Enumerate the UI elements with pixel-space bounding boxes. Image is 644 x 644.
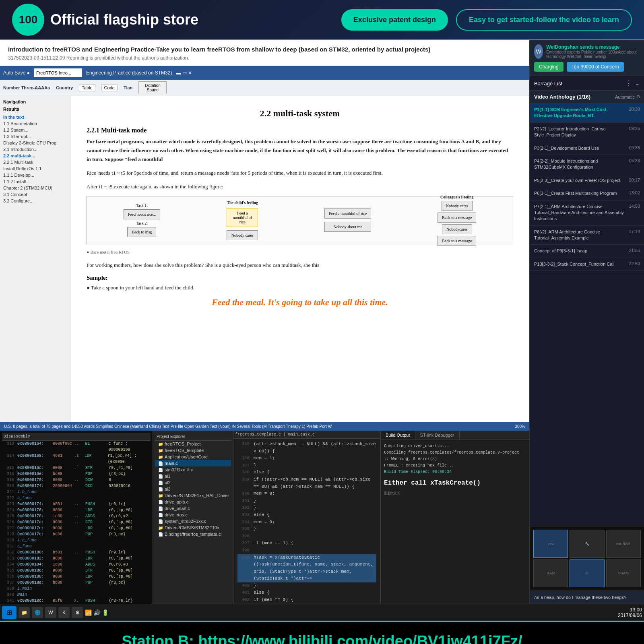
nav-item-12[interactable]: Chapter 2 (STM32 MCU) <box>3 185 67 191</box>
patent-design-button[interactable]: Exclusive patent design <box>341 9 448 31</box>
playlist-duration: 17:14 <box>629 229 640 234</box>
editor-line: 395 } <box>237 526 376 533</box>
nav-item-6[interactable]: 2.1 Introduction... <box>3 146 67 153</box>
file-name: Application/User/Core <box>165 454 208 459</box>
playlist-item[interactable]: P7[2-1]_ARM Architecture Concise Tutoria… <box>530 200 644 226</box>
playlist-item[interactable]: P1[1-1] SCM Engineer's Most Cost-Effecti… <box>530 103 644 123</box>
code-editor[interactable]: freertos_template.c | main_task.c 385 (a… <box>233 431 380 604</box>
doc-area: Navigation Results In the text 1.1 Bearm… <box>0 96 529 422</box>
concern-button[interactable]: Ten 99000 of Concern <box>567 62 624 72</box>
barrage-settings-icon[interactable]: ⋮ <box>625 79 632 87</box>
charging-button[interactable]: Charging <box>534 62 564 72</box>
file-tree-item[interactable]: 📄main.c <box>155 460 231 466</box>
playlist-duration: 20:17 <box>629 178 640 182</box>
code-line: 334 0x08000184: 1c00 ADDS r0,r0,#3 <box>2 561 151 568</box>
file-icon: 📄 <box>158 461 163 466</box>
file-tree-item[interactable]: 📄drive_rtos.c <box>155 512 231 518</box>
file-tree-item[interactable]: 📄drive_usart.c <box>155 505 231 512</box>
code-line: 315 0x0800016c: 6008 .` STR r0,[r1,#0] <box>2 465 151 471</box>
code-line: 3301.c_func <box>2 537 151 543</box>
debug-tab[interactable]: ST-link Debugger <box>415 431 460 440</box>
toggle-icon[interactable]: ⊙ <box>636 94 640 99</box>
playlist-items: P1[1-1] SCM Engineer's Most Cost-Effecti… <box>530 103 644 526</box>
nav-item-14[interactable]: 3.2 Configure... <box>3 198 67 204</box>
article-meta: 317502023-09-1511:22:09 Reprinting is pr… <box>8 55 521 61</box>
playlist-item[interactable]: P5[2-3]_Create your own FreeRTOS project… <box>530 174 644 187</box>
editor-line: 388 else { <box>237 469 376 476</box>
nav-item-7[interactable]: 2.2 multi-task... <box>3 153 67 159</box>
code-line: 327 0x0800017c: 9800 LDR r0,[sp,#0] <box>2 525 151 531</box>
bare-metal-label: ● Bare metal frea RTOS <box>87 248 513 256</box>
toolbar-search-input[interactable] <box>34 68 82 77</box>
file-name: al3 <box>165 487 171 491</box>
table-btn[interactable]: Table <box>79 84 95 91</box>
nav-item-10[interactable]: 1.1.1 Develop... <box>3 172 67 178</box>
file-name: Drivers/STM32F1xx_HAL_Driver <box>165 493 229 498</box>
xtask-label: Either call xTaskCreate() <box>384 479 526 487</box>
file-tree-item[interactable]: 📁freeRTOS_Project <box>155 441 231 447</box>
file-tree-item[interactable]: 📄stm32f1xx_it.c <box>155 466 231 473</box>
file-tree-item[interactable]: 📄system_stm32F1xx.c <box>155 518 231 524</box>
nav-item-11[interactable]: 1.1.2 Install... <box>3 178 67 185</box>
taskbar-explorer[interactable]: 📁 <box>19 607 30 618</box>
start-button[interactable]: ⊞ <box>2 606 17 619</box>
file-tree-item[interactable]: 📄al1 <box>155 473 231 479</box>
nav-item-3[interactable]: 1.2 Statem... <box>3 127 67 133</box>
playlist-item[interactable]: P3[2-1]_Development Board Use 09:35 <box>530 142 644 155</box>
volume-icon[interactable]: 🔊 <box>93 609 100 616</box>
nav-item-8[interactable]: 2.2.1 Multi-task <box>3 159 67 165</box>
playlist-item[interactable]: Concept of P9[3-3-1]_heap 21:55 <box>530 245 644 258</box>
playlist-duration: 22:50 <box>629 261 640 266</box>
file-tree-item[interactable]: 📄Bindings/freertos_template.c <box>155 531 231 537</box>
file-tree-item[interactable]: 📄drive_gpio.c <box>155 499 231 505</box>
file-tree-item[interactable]: 📁Application/User/Core <box>155 454 231 460</box>
file-tree-item[interactable]: 📄al3 <box>155 486 231 492</box>
build-time: Build Time Elapsed: 00:00:34 <box>384 469 526 475</box>
autosave-label: Auto Save ● <box>3 70 30 76</box>
playlist-item[interactable]: P8[-2]_ARM Architecture Concise Tutorial… <box>530 226 644 245</box>
nav-item-13[interactable]: 3.1 Concept <box>3 191 67 198</box>
code-panel-header: Disassembly <box>2 433 151 441</box>
nav-item-9[interactable]: Install ReflexOs 1.1 <box>3 165 67 172</box>
wifi-icon[interactable]: 📶 <box>85 609 92 616</box>
footer-url: Station B: https://www.bilibili.com/vide… <box>122 633 522 644</box>
code-line: 322b_func <box>2 495 151 501</box>
code-line: 318 0x08000170: 0000 .. DCW 0 <box>2 477 151 483</box>
code-btn[interactable]: Code <box>101 84 118 91</box>
playlist-item[interactable]: P10[3-3-2]_Stack Concept_Function Call 2… <box>530 258 644 271</box>
thumb-cpu: cpu <box>533 530 568 558</box>
nav-item-4[interactable]: 1.3 Interrupt... <box>3 133 67 140</box>
playlist-item-label: Concept of P9[3-3-1]_heap <box>534 248 625 254</box>
playlist-item-label: P6[3-1]_Create First Multitasking Progra… <box>534 190 625 196</box>
taskbar-keil[interactable]: K <box>58 607 70 618</box>
doc-body-2: Rice 'needs t1 ~ t5 for 5periods of time… <box>87 169 513 178</box>
editor-line: 396 <box>237 533 376 540</box>
nav-item-5[interactable]: Display 2-Single CPU Prog. <box>3 140 67 146</box>
file-tree-item[interactable]: 📄al2 <box>155 479 231 486</box>
taskbar: ⊞ 📁 🌐 W K ⚙ 📶 🔊 🔋 13:00 2017/09/06 <box>0 604 644 621</box>
article-title: Introduction to freeRTOS and Engineering… <box>8 45 521 54</box>
file-name: al2 <box>165 480 171 485</box>
playlist-duration: 20:39 <box>629 107 640 111</box>
taskbar-chrome[interactable]: 🌐 <box>32 607 43 618</box>
playlist-item[interactable]: P6[3-1]_Create First Multitasking Progra… <box>530 187 644 200</box>
battery-icon[interactable]: 🔋 <box>102 609 109 616</box>
file-tree-item[interactable]: 📁freeRTOS_template <box>155 447 231 454</box>
output-extra: 图数b文长 <box>384 491 526 496</box>
file-tree-item[interactable]: 📁Drivers/STM32F1xx_HAL_Driver <box>155 492 231 499</box>
taskbar-word[interactable]: W <box>45 607 56 618</box>
editor-line: 400 } <box>237 582 376 590</box>
build-output-tab[interactable]: Build Output <box>381 431 415 440</box>
playlist-item[interactable]: P4[2-2]_Module Instructions and STM32Cub… <box>530 155 644 174</box>
nav-item-1[interactable]: In the text <box>3 114 67 120</box>
file-tree-item[interactable]: 📁Drivers/CMSIS/STM32F10x <box>155 524 231 531</box>
taskbar-settings[interactable]: ⚙ <box>72 607 83 618</box>
doc-body-3: After t1 ~ t5.execute tate again, as sho… <box>87 182 513 191</box>
barrage-toggle-icon[interactable]: ⌄ <box>635 79 640 87</box>
child-feeling: The child's feeling <box>227 200 258 205</box>
nav-item-2[interactable]: 1.1 Bearmetation <box>3 120 67 127</box>
code-line: 323 0x08000174: b501 .. PUSH {r0,lr} <box>2 501 151 507</box>
video-thumbnail-area: cpu 🔧 ext-RAM RAM ⊙ SRAM <box>530 526 644 590</box>
get-started-button[interactable]: Easy to get started-follow the video to … <box>456 9 632 31</box>
playlist-item[interactable]: P2[-2]_Lecturer Introduction_Course Styl… <box>530 123 644 142</box>
